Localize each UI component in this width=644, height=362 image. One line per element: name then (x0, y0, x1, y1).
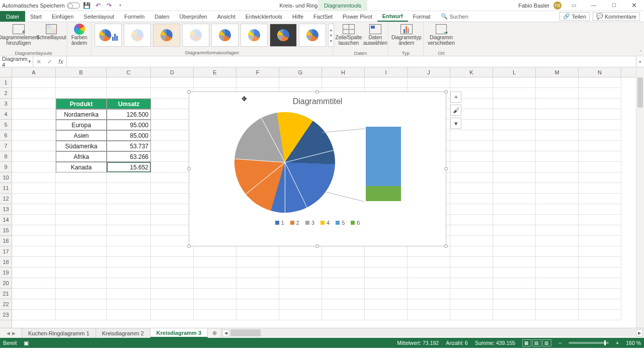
cell[interactable] (579, 162, 621, 172)
cell[interactable] (12, 77, 56, 88)
cell[interactable] (579, 194, 621, 204)
row-header[interactable]: 8 (0, 151, 12, 162)
column-header[interactable]: J (408, 67, 450, 77)
tab-formulas[interactable]: Formeln (119, 11, 149, 22)
cell[interactable]: Nordamerika (56, 109, 107, 120)
chart-style-7[interactable] (270, 24, 297, 47)
chart-style-3[interactable] (153, 24, 180, 47)
column-header[interactable]: H (322, 67, 365, 77)
cell[interactable] (408, 289, 450, 299)
cell[interactable] (151, 225, 194, 236)
column-header[interactable]: F (236, 67, 279, 77)
cell[interactable] (450, 162, 493, 172)
row-header[interactable]: 2 (0, 88, 12, 99)
cell[interactable] (579, 88, 621, 99)
scroll-right-icon[interactable]: ▶ (636, 329, 643, 336)
cell[interactable] (12, 130, 56, 141)
record-macro-icon[interactable]: ▣ (24, 340, 29, 346)
cell[interactable] (12, 236, 56, 246)
row-header[interactable]: 1 (0, 77, 12, 88)
quick-layout-button[interactable]: Schnelllayout (36, 24, 66, 49)
row-header[interactable]: 13 (0, 204, 12, 215)
cell[interactable] (536, 204, 579, 215)
cell[interactable] (107, 278, 151, 289)
column-header[interactable]: E (194, 67, 236, 77)
cell[interactable] (493, 204, 536, 215)
cell[interactable] (450, 225, 493, 236)
column-header[interactable]: C (107, 67, 151, 77)
legend-item[interactable]: 5 (336, 220, 345, 226)
legend-item[interactable]: 4 (320, 220, 330, 226)
cell[interactable] (56, 278, 107, 289)
chart-elements-button[interactable]: ＋ (450, 92, 461, 103)
cell[interactable] (12, 215, 56, 225)
cell[interactable] (279, 77, 322, 88)
cell[interactable] (151, 183, 194, 194)
cell[interactable] (450, 151, 493, 162)
cell[interactable] (408, 310, 450, 320)
tab-factset[interactable]: FactSet (308, 11, 338, 22)
cell[interactable] (579, 299, 621, 310)
cell[interactable] (151, 289, 194, 299)
cell[interactable] (365, 246, 408, 257)
sheet-tab[interactable]: Kreisdiagramm 3 (150, 328, 208, 338)
cell[interactable] (493, 246, 536, 257)
cell[interactable] (322, 289, 365, 299)
cell[interactable] (450, 141, 493, 151)
cell[interactable] (450, 299, 493, 310)
chart-style-6[interactable] (240, 24, 268, 47)
cell[interactable] (493, 299, 536, 310)
cell[interactable]: 15.652 (107, 162, 151, 172)
cell[interactable] (107, 225, 151, 236)
cell[interactable] (12, 278, 56, 289)
cell[interactable] (493, 215, 536, 225)
cell[interactable] (194, 299, 236, 310)
cell[interactable] (579, 215, 621, 225)
cell[interactable] (12, 141, 56, 151)
tab-devtools[interactable]: Entwicklertools (240, 11, 287, 22)
horizontal-scrollbar[interactable]: ◀ ▶ (221, 328, 644, 338)
cell[interactable]: Afrika (56, 151, 107, 162)
legend-item[interactable]: 2 (290, 220, 299, 226)
tab-view[interactable]: Ansicht (212, 11, 240, 22)
cell[interactable] (279, 299, 322, 310)
resize-handle[interactable] (187, 244, 191, 248)
cell[interactable] (322, 267, 365, 278)
cell[interactable] (56, 236, 107, 246)
tab-help[interactable]: Hilfe (287, 11, 308, 22)
pie-chart[interactable] (234, 112, 335, 213)
cell[interactable] (579, 120, 621, 130)
cell[interactable] (493, 151, 536, 162)
cell[interactable] (493, 289, 536, 299)
sheet-nav[interactable]: ◀▶ (0, 328, 22, 338)
cell[interactable] (493, 141, 536, 151)
cell[interactable] (536, 77, 579, 88)
cell[interactable]: Europa (56, 120, 107, 130)
cell[interactable] (56, 215, 107, 225)
cell[interactable] (12, 310, 56, 320)
column-headers[interactable]: ABCDEFGHIJKLMN (12, 67, 636, 77)
cell[interactable]: 126.500 (107, 109, 151, 120)
cell[interactable]: Umsatz (107, 99, 151, 109)
cell[interactable] (12, 120, 56, 130)
cell[interactable] (56, 289, 107, 299)
cell[interactable] (408, 267, 450, 278)
cell[interactable] (151, 267, 194, 278)
cell[interactable] (12, 172, 56, 183)
scrollbar-thumb[interactable] (637, 77, 643, 108)
chart-styles-button[interactable]: 🖌 (450, 105, 461, 116)
cell[interactable] (536, 278, 579, 289)
column-header[interactable]: I (365, 67, 408, 77)
column-header[interactable]: L (493, 67, 536, 77)
cell[interactable] (151, 77, 194, 88)
cell[interactable] (536, 109, 579, 120)
cell[interactable] (107, 310, 151, 320)
cell[interactable] (536, 215, 579, 225)
cell[interactable] (493, 183, 536, 194)
cell[interactable] (107, 77, 151, 88)
expand-formula-bar-icon[interactable]: ▾ (636, 56, 644, 67)
cell[interactable] (279, 246, 322, 257)
cell[interactable] (151, 278, 194, 289)
zoom-out-icon[interactable]: − (558, 340, 561, 346)
row-header[interactable]: 10 (0, 172, 12, 183)
